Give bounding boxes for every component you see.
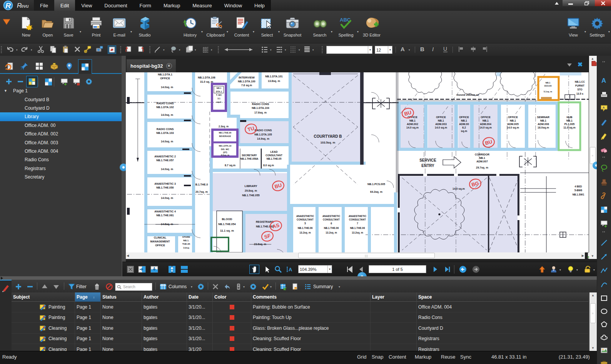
thumbnails-button[interactable] [125,265,135,274]
split-horizontal-button[interactable] [179,265,189,274]
status-dropdown-icon[interactable]: ▾ [243,285,245,289]
markup-list-tab-icon[interactable] [591,60,597,67]
page-indicator-field[interactable]: 1 of 5 [369,265,426,273]
attach-panel-bottom-button[interactable] [149,265,159,274]
tips-button[interactable] [566,265,576,274]
dropdown-icon[interactable]: ▾ [16,48,18,52]
status-toggle-content[interactable]: Content [389,354,406,360]
dropdown-icon[interactable]: ▾ [163,48,165,52]
view-dropdown-icon[interactable]: ▾ [584,30,586,33]
tree-item-registrars[interactable]: Registrars [0,164,122,173]
v-scroll-thumb[interactable]: = [590,147,596,164]
pages-icon[interactable] [185,45,194,54]
view-forward-button[interactable] [471,265,481,274]
list-lines-icon[interactable] [303,45,312,54]
markup-row[interactable]: CleaningPage 1Nonebgates3/1/20Cleaning: … [12,344,589,352]
panel-tab-thumbnails[interactable] [32,59,46,73]
list-arrow-icon[interactable] [275,45,284,54]
clipboard-dropdown-icon[interactable]: ▾ [227,30,228,33]
tree-item-office-adm-004[interactable]: Office ADM. 004 [0,147,122,155]
status-toggle-grid[interactable]: Grid [357,354,367,360]
stamp-sel-icon[interactable] [108,45,116,54]
font-color-icon[interactable]: A [399,45,408,54]
lattice-icon[interactable] [201,45,210,54]
dropdown-icon[interactable]: ▾ [31,48,32,52]
column-header-subject[interactable]: Subject [12,292,75,302]
delete-space-button[interactable] [15,76,26,87]
h-scroll-left-arrow[interactable]: ◀ [127,254,129,257]
view-button[interactable]: View [563,15,584,37]
tab-list-dropdown-icon[interactable] [567,63,572,67]
markup-tool-toolbox-button[interactable] [599,358,609,364]
panel-tab-spaces[interactable] [78,59,92,74]
dropdown-icon[interactable]: ▾ [270,48,272,52]
spaces-settings-button[interactable] [83,76,95,87]
combo-dropdown-icon[interactable]: ▾ [388,46,391,53]
column-header-space[interactable]: Space [417,292,589,302]
select-dropdown-icon[interactable]: ▾ [278,30,280,33]
delete-markup-button[interactable] [25,282,35,291]
tips-dropdown-icon[interactable]: ▾ [576,268,578,272]
list-dots-icon[interactable] [289,45,298,54]
markup-tool-eraser-button[interactable] [599,144,609,155]
markup-tool-line-button[interactable] [599,237,609,248]
flyout-orange-arrow-icon[interactable] [2,18,11,25]
add-comment-button[interactable] [58,76,70,87]
split-vertical-button[interactable] [167,265,177,274]
select-button[interactable]: Select [256,15,278,37]
v-scroll-up-arrow[interactable]: ▲ [591,57,594,60]
open-button[interactable]: Open [37,15,58,37]
paste-icon[interactable] [62,45,70,54]
tree-item-radio-cons[interactable]: Radio Cons [0,155,122,164]
status-toggle-sync[interactable]: Sync [460,354,471,360]
markup-scroll-thumb[interactable]: = [590,303,596,323]
create-space-button[interactable] [26,76,38,87]
menu-document[interactable]: Document [98,0,133,11]
columns-dropdown-icon[interactable]: ▾ [191,285,192,289]
clear-filter-button[interactable] [105,282,114,291]
menu-markup[interactable]: Markup [157,0,186,11]
copy-icon[interactable] [49,45,58,54]
lock-dropdown-icon[interactable]: ▾ [593,268,595,272]
view-back-button[interactable] [458,265,468,274]
flag-button[interactable] [537,265,547,274]
status-toggle-markup[interactable]: Markup [415,354,431,360]
pen-line-icon[interactable] [154,45,162,54]
delete-icon[interactable] [73,45,82,54]
last-page-button[interactable] [442,265,452,274]
combo-dropdown-icon[interactable]: ▾ [327,265,331,273]
italic-icon[interactable]: I [430,45,439,54]
panel-tab-file-access[interactable] [2,59,16,73]
delete-markup-trash-button[interactable] [92,282,102,291]
markup-tool-pen-button[interactable] [599,117,609,127]
markup-tool-image-button[interactable] [599,345,609,356]
markup-tool-text-button[interactable]: A [599,75,609,86]
close-document-icon[interactable]: ✖ [578,61,583,68]
3d-editor-button[interactable]: 3D Editor [361,15,382,37]
new-button[interactable]: New [15,15,37,37]
column-header-color[interactable]: Color [213,292,251,302]
markup-row[interactable]: PaintingPage 1Nonebgates3/1/20...Paintin… [12,302,589,312]
spaces-mode-button[interactable] [42,76,54,87]
rotate-right-icon[interactable] [137,45,145,54]
panel-tab-pin[interactable] [17,59,31,73]
markup-tool-cloud-button[interactable] [599,332,609,343]
markup-v-scrollbar[interactable]: ▲ = ▼ [589,292,597,351]
column-header-comments[interactable]: Comments [251,292,371,302]
menu-edit[interactable]: Edit [54,0,75,11]
previous-markup-button[interactable] [40,282,49,291]
markup-tool-polygon-button[interactable] [599,319,609,330]
summary-dropdown-icon[interactable]: ▾ [339,285,340,289]
h-scroll-right-arrow[interactable]: ▶ [582,254,584,257]
dropdown-icon[interactable]: ▾ [285,48,286,52]
markup-row[interactable]: CleaningPage 1Nonebgates3/1/20...Glass: … [12,323,589,334]
spelling-dropdown-icon[interactable]: ▾ [357,30,359,33]
lasso-icon[interactable] [170,45,178,54]
history-button[interactable]: History [179,15,201,37]
remove-comment-button[interactable] [71,76,82,87]
summary-icon-button[interactable] [303,282,312,291]
e-mail-button[interactable]: E-mail [109,15,130,37]
menu-help[interactable]: Help [248,0,271,11]
para-right-icon[interactable] [480,45,489,54]
document-canvas[interactable]: NB.1.DTA.1OFFICE14.0sq. mRADIO CONSNB.1.… [126,72,589,252]
